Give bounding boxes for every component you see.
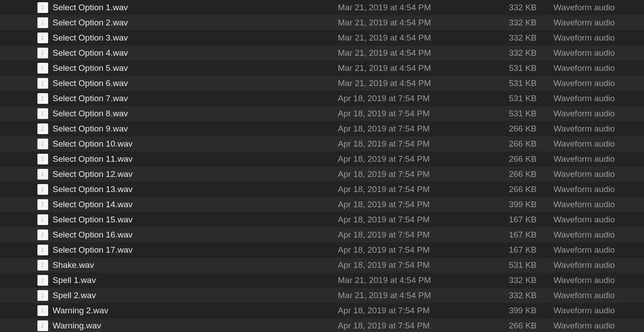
file-kind: Waveform audio bbox=[554, 184, 644, 194]
file-name: Spell 1.wav bbox=[53, 275, 338, 285]
file-size: 266 KB bbox=[507, 184, 554, 194]
audio-file-icon bbox=[37, 275, 48, 286]
file-size: 531 KB bbox=[507, 260, 554, 270]
file-size: 266 KB bbox=[507, 154, 554, 164]
audio-file-icon bbox=[37, 78, 48, 89]
file-date-modified: Apr 18, 2019 at 7:54 PM bbox=[338, 215, 507, 225]
file-row[interactable]: Warning.wavApr 18, 2019 at 7:54 PM266 KB… bbox=[0, 318, 644, 332]
file-size: 167 KB bbox=[507, 215, 554, 225]
file-kind: Waveform audio bbox=[554, 109, 644, 119]
audio-file-icon bbox=[37, 108, 48, 119]
audio-file-icon bbox=[37, 245, 48, 255]
svg-point-0 bbox=[41, 8, 43, 10]
file-kind: Waveform audio bbox=[554, 169, 644, 179]
file-size: 266 KB bbox=[507, 321, 554, 331]
file-size: 399 KB bbox=[507, 306, 554, 316]
file-size: 167 KB bbox=[507, 245, 554, 255]
file-date-modified: Apr 18, 2019 at 7:54 PM bbox=[338, 154, 507, 164]
file-row[interactable]: Spell 2.wavMar 21, 2019 at 4:54 PM332 KB… bbox=[0, 288, 644, 303]
audio-file-icon bbox=[37, 154, 48, 164]
file-row[interactable]: Select Option 10.wavApr 18, 2019 at 7:54… bbox=[0, 136, 644, 152]
file-name: Select Option 5.wav bbox=[53, 63, 338, 73]
svg-point-17 bbox=[41, 266, 43, 267]
file-date-modified: Apr 18, 2019 at 7:54 PM bbox=[338, 94, 507, 103]
file-name: Select Option 16.wav bbox=[53, 230, 338, 240]
file-name: Select Option 9.wav bbox=[53, 124, 338, 134]
file-date-modified: Apr 18, 2019 at 7:54 PM bbox=[338, 321, 507, 331]
svg-point-21 bbox=[41, 326, 43, 328]
svg-point-3 bbox=[41, 53, 43, 55]
file-name: Select Option 6.wav bbox=[53, 78, 338, 88]
file-kind: Waveform audio bbox=[554, 230, 644, 240]
audio-file-icon bbox=[37, 169, 48, 180]
svg-point-1 bbox=[41, 23, 43, 25]
file-date-modified: Mar 21, 2019 at 4:54 PM bbox=[338, 48, 507, 58]
file-date-modified: Mar 21, 2019 at 4:54 PM bbox=[338, 18, 507, 28]
file-row[interactable]: Select Option 4.wavMar 21, 2019 at 4:54 … bbox=[0, 45, 644, 61]
file-row[interactable]: Warning 2.wavApr 18, 2019 at 7:54 PM399 … bbox=[0, 303, 644, 318]
file-row[interactable]: Select Option 9.wavApr 18, 2019 at 7:54 … bbox=[0, 121, 644, 136]
audio-file-icon bbox=[37, 305, 48, 316]
audio-file-icon bbox=[37, 2, 48, 13]
file-date-modified: Mar 21, 2019 at 4:54 PM bbox=[338, 78, 507, 88]
file-size: 332 KB bbox=[507, 275, 554, 285]
file-row[interactable]: Select Option 14.wavApr 18, 2019 at 7:54… bbox=[0, 197, 644, 212]
svg-point-16 bbox=[41, 250, 43, 252]
file-row[interactable]: Select Option 5.wavMar 21, 2019 at 4:54 … bbox=[0, 61, 644, 76]
audio-file-icon bbox=[37, 320, 48, 331]
file-date-modified: Apr 18, 2019 at 7:54 PM bbox=[338, 124, 507, 134]
file-date-modified: Mar 21, 2019 at 4:54 PM bbox=[338, 291, 507, 300]
file-row[interactable]: Select Option 2.wavMar 21, 2019 at 4:54 … bbox=[0, 15, 644, 30]
svg-point-4 bbox=[41, 69, 43, 70]
file-kind: Waveform audio bbox=[554, 18, 644, 28]
file-name: Select Option 2.wav bbox=[53, 18, 338, 28]
file-date-modified: Mar 21, 2019 at 4:54 PM bbox=[338, 275, 507, 285]
file-kind: Waveform audio bbox=[554, 245, 644, 255]
audio-file-icon bbox=[37, 290, 48, 301]
file-row[interactable]: Select Option 17.wavApr 18, 2019 at 7:54… bbox=[0, 242, 644, 258]
audio-file-icon bbox=[37, 63, 48, 74]
file-name: Select Option 7.wav bbox=[53, 94, 338, 103]
file-row[interactable]: Select Option 8.wavApr 18, 2019 at 7:54 … bbox=[0, 106, 644, 121]
file-row[interactable]: Select Option 16.wavApr 18, 2019 at 7:54… bbox=[0, 227, 644, 242]
file-row[interactable]: Select Option 12.wavApr 18, 2019 at 7:54… bbox=[0, 167, 644, 182]
file-date-modified: Mar 21, 2019 at 4:54 PM bbox=[338, 63, 507, 73]
file-size: 332 KB bbox=[507, 48, 554, 58]
audio-file-icon bbox=[37, 260, 48, 271]
file-kind: Waveform audio bbox=[554, 291, 644, 300]
file-kind: Waveform audio bbox=[554, 94, 644, 103]
file-row[interactable]: Select Option 13.wavApr 18, 2019 at 7:54… bbox=[0, 182, 644, 197]
file-date-modified: Apr 18, 2019 at 7:54 PM bbox=[338, 200, 507, 209]
svg-point-14 bbox=[41, 220, 43, 222]
file-row[interactable]: Select Option 1.wavMar 21, 2019 at 4:54 … bbox=[0, 0, 644, 15]
file-name: Select Option 12.wav bbox=[53, 169, 338, 179]
svg-point-20 bbox=[41, 311, 43, 313]
file-row[interactable]: Select Option 6.wavMar 21, 2019 at 4:54 … bbox=[0, 76, 644, 91]
file-size: 167 KB bbox=[507, 230, 554, 240]
file-row[interactable]: Select Option 3.wavMar 21, 2019 at 4:54 … bbox=[0, 30, 644, 45]
file-date-modified: Apr 18, 2019 at 7:54 PM bbox=[338, 109, 507, 119]
file-row[interactable]: Shake.wavApr 18, 2019 at 7:54 PM531 KBWa… bbox=[0, 258, 644, 273]
svg-point-15 bbox=[41, 235, 43, 237]
file-date-modified: Apr 18, 2019 at 7:54 PM bbox=[338, 306, 507, 316]
audio-file-icon bbox=[37, 214, 48, 225]
file-kind: Waveform audio bbox=[554, 260, 644, 270]
file-kind: Waveform audio bbox=[554, 78, 644, 88]
file-kind: Waveform audio bbox=[554, 306, 644, 316]
svg-point-8 bbox=[41, 129, 43, 131]
file-row[interactable]: Select Option 15.wavApr 18, 2019 at 7:54… bbox=[0, 212, 644, 227]
file-size: 531 KB bbox=[507, 78, 554, 88]
file-size: 266 KB bbox=[507, 124, 554, 134]
file-size: 531 KB bbox=[507, 109, 554, 119]
file-size: 531 KB bbox=[507, 94, 554, 103]
audio-file-icon bbox=[37, 139, 48, 149]
file-date-modified: Apr 18, 2019 at 7:54 PM bbox=[338, 230, 507, 240]
file-row[interactable]: Select Option 11.wavApr 18, 2019 at 7:54… bbox=[0, 152, 644, 167]
svg-point-9 bbox=[41, 144, 43, 146]
file-row[interactable]: Spell 1.wavMar 21, 2019 at 4:54 PM332 KB… bbox=[0, 273, 644, 288]
file-size: 266 KB bbox=[507, 169, 554, 179]
file-size: 332 KB bbox=[507, 291, 554, 300]
svg-point-11 bbox=[41, 175, 43, 176]
svg-point-2 bbox=[41, 38, 43, 40]
file-row[interactable]: Select Option 7.wavApr 18, 2019 at 7:54 … bbox=[0, 91, 644, 106]
